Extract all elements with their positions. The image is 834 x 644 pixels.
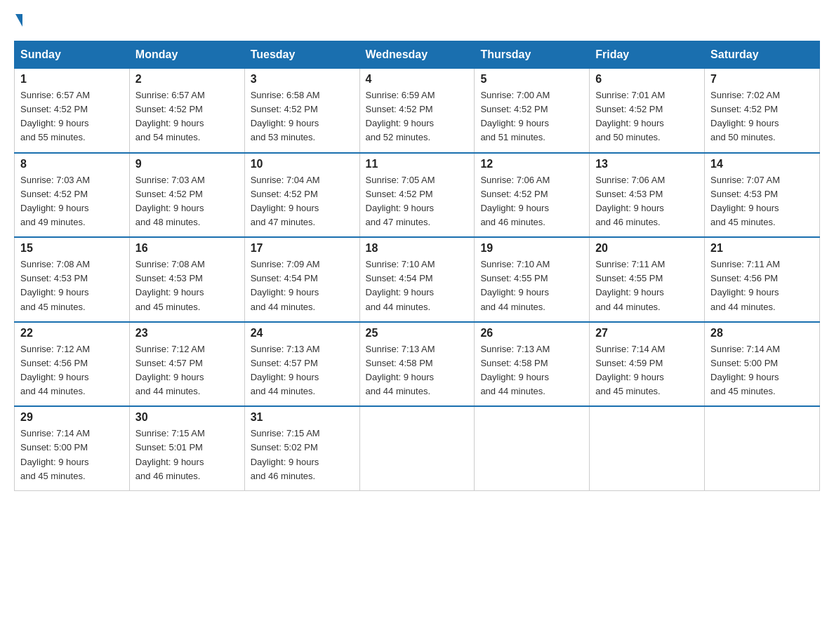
calendar-cell: 17Sunrise: 7:09 AMSunset: 4:54 PMDayligh…: [244, 237, 359, 322]
day-info: Sunrise: 7:15 AMSunset: 5:01 PMDaylight:…: [135, 427, 239, 483]
calendar-cell: 21Sunrise: 7:11 AMSunset: 4:56 PMDayligh…: [705, 237, 820, 322]
page-header: [14, 14, 820, 27]
day-number: 21: [710, 242, 814, 255]
day-number: 9: [135, 158, 239, 170]
day-number: 1: [20, 73, 124, 86]
calendar-cell: 31Sunrise: 7:15 AMSunset: 5:02 PMDayligh…: [244, 406, 359, 490]
calendar-cell: 16Sunrise: 7:08 AMSunset: 4:53 PMDayligh…: [129, 237, 244, 322]
calendar-cell: 12Sunrise: 7:06 AMSunset: 4:52 PMDayligh…: [475, 153, 590, 238]
day-number: 29: [20, 411, 124, 424]
day-info: Sunrise: 7:05 AMSunset: 4:52 PMDaylight:…: [366, 173, 469, 230]
day-number: 16: [135, 242, 239, 255]
calendar-cell: [705, 406, 820, 490]
day-number: 14: [710, 158, 814, 170]
day-info: Sunrise: 7:07 AMSunset: 4:53 PMDaylight:…: [710, 173, 814, 230]
day-info: Sunrise: 7:10 AMSunset: 4:55 PMDaylight:…: [480, 257, 583, 314]
day-info: Sunrise: 7:13 AMSunset: 4:58 PMDaylight:…: [480, 342, 583, 399]
calendar-cell: 1Sunrise: 6:57 AMSunset: 4:52 PMDaylight…: [15, 69, 130, 153]
day-number: 19: [480, 242, 583, 255]
day-info: Sunrise: 7:03 AMSunset: 4:52 PMDaylight:…: [135, 173, 239, 230]
day-info: Sunrise: 7:09 AMSunset: 4:54 PMDaylight:…: [251, 257, 354, 314]
day-info: Sunrise: 7:08 AMSunset: 4:53 PMDaylight:…: [135, 257, 239, 314]
day-number: 7: [710, 73, 814, 86]
day-number: 10: [251, 158, 354, 170]
day-number: 5: [480, 73, 583, 86]
weekday-header-thursday: Thursday: [475, 41, 590, 69]
calendar-cell: 29Sunrise: 7:14 AMSunset: 5:00 PMDayligh…: [15, 406, 130, 490]
calendar-table: SundayMondayTuesdayWednesdayThursdayFrid…: [14, 41, 820, 491]
day-info: Sunrise: 6:59 AMSunset: 4:52 PMDaylight:…: [366, 88, 469, 145]
calendar-cell: 9Sunrise: 7:03 AMSunset: 4:52 PMDaylight…: [129, 153, 244, 238]
calendar-cell: 24Sunrise: 7:13 AMSunset: 4:57 PMDayligh…: [244, 322, 359, 407]
day-number: 15: [20, 242, 124, 255]
weekday-header-sunday: Sunday: [15, 41, 130, 69]
day-number: 12: [480, 158, 583, 170]
calendar-cell: 13Sunrise: 7:06 AMSunset: 4:53 PMDayligh…: [590, 153, 705, 238]
logo-triangle-icon: [15, 14, 22, 27]
day-number: 18: [366, 242, 469, 255]
day-number: 24: [251, 327, 354, 340]
calendar-cell: 10Sunrise: 7:04 AMSunset: 4:52 PMDayligh…: [244, 153, 359, 238]
day-number: 13: [595, 158, 699, 170]
day-info: Sunrise: 7:06 AMSunset: 4:53 PMDaylight:…: [595, 173, 699, 230]
weekday-header-wednesday: Wednesday: [359, 41, 475, 69]
calendar-cell: 8Sunrise: 7:03 AMSunset: 4:52 PMDaylight…: [15, 153, 130, 238]
day-info: Sunrise: 7:11 AMSunset: 4:55 PMDaylight:…: [595, 257, 699, 314]
calendar-cell: 14Sunrise: 7:07 AMSunset: 4:53 PMDayligh…: [705, 153, 820, 238]
day-number: 28: [710, 327, 814, 340]
day-info: Sunrise: 7:03 AMSunset: 4:52 PMDaylight:…: [20, 173, 124, 230]
calendar-cell: 27Sunrise: 7:14 AMSunset: 4:59 PMDayligh…: [590, 322, 705, 407]
day-number: 2: [135, 73, 239, 86]
day-number: 4: [366, 73, 469, 86]
day-number: 23: [135, 327, 239, 340]
day-info: Sunrise: 6:57 AMSunset: 4:52 PMDaylight:…: [135, 88, 239, 145]
calendar-cell: 3Sunrise: 6:58 AMSunset: 4:52 PMDaylight…: [244, 69, 359, 153]
calendar-cell: [359, 406, 475, 490]
day-info: Sunrise: 7:01 AMSunset: 4:52 PMDaylight:…: [595, 88, 699, 145]
day-info: Sunrise: 6:57 AMSunset: 4:52 PMDaylight:…: [20, 88, 124, 145]
day-number: 3: [251, 73, 354, 86]
calendar-cell: 20Sunrise: 7:11 AMSunset: 4:55 PMDayligh…: [590, 237, 705, 322]
calendar-cell: 7Sunrise: 7:02 AMSunset: 4:52 PMDaylight…: [705, 69, 820, 153]
calendar-cell: 22Sunrise: 7:12 AMSunset: 4:56 PMDayligh…: [15, 322, 130, 407]
calendar-cell: 6Sunrise: 7:01 AMSunset: 4:52 PMDaylight…: [590, 69, 705, 153]
day-info: Sunrise: 7:06 AMSunset: 4:52 PMDaylight:…: [480, 173, 583, 230]
day-info: Sunrise: 7:10 AMSunset: 4:54 PMDaylight:…: [366, 257, 469, 314]
day-info: Sunrise: 7:11 AMSunset: 4:56 PMDaylight:…: [710, 257, 814, 314]
weekday-header-monday: Monday: [129, 41, 244, 69]
day-info: Sunrise: 7:12 AMSunset: 4:56 PMDaylight:…: [20, 342, 124, 399]
day-number: 25: [366, 327, 469, 340]
day-info: Sunrise: 7:08 AMSunset: 4:53 PMDaylight:…: [20, 257, 124, 314]
calendar-cell: 19Sunrise: 7:10 AMSunset: 4:55 PMDayligh…: [475, 237, 590, 322]
day-number: 6: [595, 73, 699, 86]
weekday-header-tuesday: Tuesday: [244, 41, 359, 69]
day-number: 22: [20, 327, 124, 340]
logo-text: [14, 14, 23, 27]
day-info: Sunrise: 7:13 AMSunset: 4:57 PMDaylight:…: [251, 342, 354, 399]
day-info: Sunrise: 7:12 AMSunset: 4:57 PMDaylight:…: [135, 342, 239, 399]
calendar-cell: 4Sunrise: 6:59 AMSunset: 4:52 PMDaylight…: [359, 69, 475, 153]
day-number: 31: [251, 411, 354, 424]
day-info: Sunrise: 7:00 AMSunset: 4:52 PMDaylight:…: [480, 88, 583, 145]
day-info: Sunrise: 7:15 AMSunset: 5:02 PMDaylight:…: [251, 427, 354, 483]
day-number: 30: [135, 411, 239, 424]
day-number: 27: [595, 327, 699, 340]
calendar-cell: [475, 406, 590, 490]
calendar-cell: 2Sunrise: 6:57 AMSunset: 4:52 PMDaylight…: [129, 69, 244, 153]
day-number: 8: [20, 158, 124, 170]
weekday-header-saturday: Saturday: [705, 41, 820, 69]
day-info: Sunrise: 7:14 AMSunset: 4:59 PMDaylight:…: [595, 342, 699, 399]
calendar-cell: 18Sunrise: 7:10 AMSunset: 4:54 PMDayligh…: [359, 237, 475, 322]
day-number: 17: [251, 242, 354, 255]
calendar-cell: [590, 406, 705, 490]
day-number: 26: [480, 327, 583, 340]
calendar-cell: 23Sunrise: 7:12 AMSunset: 4:57 PMDayligh…: [129, 322, 244, 407]
day-info: Sunrise: 7:04 AMSunset: 4:52 PMDaylight:…: [251, 173, 354, 230]
day-info: Sunrise: 7:02 AMSunset: 4:52 PMDaylight:…: [710, 88, 814, 145]
calendar-cell: 26Sunrise: 7:13 AMSunset: 4:58 PMDayligh…: [475, 322, 590, 407]
logo: [14, 14, 23, 27]
day-info: Sunrise: 7:14 AMSunset: 5:00 PMDaylight:…: [710, 342, 814, 399]
day-info: Sunrise: 7:14 AMSunset: 5:00 PMDaylight:…: [20, 427, 124, 483]
day-info: Sunrise: 6:58 AMSunset: 4:52 PMDaylight:…: [251, 88, 354, 145]
calendar-cell: 30Sunrise: 7:15 AMSunset: 5:01 PMDayligh…: [129, 406, 244, 490]
